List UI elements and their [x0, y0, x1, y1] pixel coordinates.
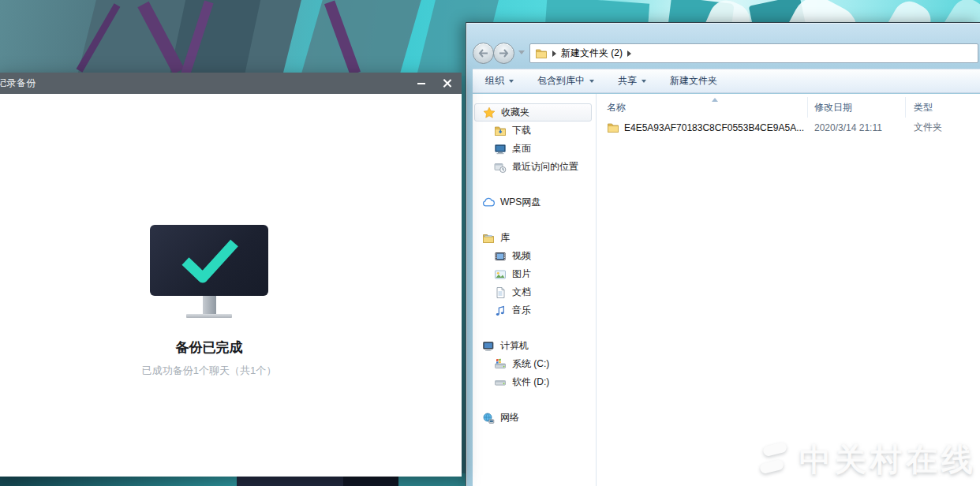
navigation-row: 新建文件夹 (2) [473, 42, 980, 65]
close-button[interactable] [435, 73, 458, 94]
minimize-icon [417, 83, 425, 84]
back-button[interactable] [473, 43, 494, 64]
file-name: E4E5A93AF70183C8CF0553B4CE9A5A... [624, 122, 804, 133]
star-icon [483, 107, 496, 119]
sidebar-item-label: 软件 (D:) [512, 376, 549, 389]
toolbar-share-label: 共享 [618, 74, 637, 88]
navigation-pane: 收藏夹 下载 桌面 最 [473, 94, 597, 486]
column-header-date-modified[interactable]: 修改日期 [808, 97, 906, 118]
toolbar-new-folder[interactable]: 新建文件夹 [670, 74, 717, 88]
sidebar-item-network[interactable]: 网络 [473, 409, 596, 427]
sort-ascending-icon [712, 98, 718, 102]
explorer-window: 新建文件夹 (2) 组织 包含到库中 共享 新建文件夹 [466, 22, 980, 486]
screen: 新建文件夹 (2) 组织 包含到库中 共享 新建文件夹 [0, 0, 980, 486]
sidebar-item-desktop[interactable]: 桌面 [473, 140, 596, 158]
computer-icon [482, 340, 495, 353]
minimize-button[interactable] [410, 73, 433, 94]
column-header-name[interactable]: 名称 [597, 97, 808, 118]
sidebar-item-favorites[interactable]: 收藏夹 [474, 103, 592, 122]
address-bar[interactable]: 新建文件夹 (2) [529, 43, 978, 63]
toolbar-organize[interactable]: 组织 [485, 74, 514, 88]
sidebar-item-music[interactable]: 音乐 [473, 301, 596, 320]
monitor-base [186, 314, 232, 318]
breadcrumb-arrow-icon[interactable] [627, 50, 631, 57]
folder-icon [535, 47, 548, 60]
checkmark-icon [171, 233, 247, 288]
sidebar-item-documents[interactable]: 文档 [473, 283, 596, 301]
forward-icon [499, 49, 509, 58]
document-icon [494, 286, 507, 299]
sidebar-item-label: 视频 [512, 249, 531, 263]
drive-icon [494, 376, 507, 389]
sidebar-item-videos[interactable]: 视频 [473, 247, 596, 265]
breadcrumb-arrow-icon[interactable] [552, 50, 556, 57]
video-icon [494, 250, 507, 263]
toolbar-new-folder-label: 新建文件夹 [670, 74, 717, 88]
sidebar-item-label: 计算机 [500, 339, 529, 353]
desktop-icon [494, 143, 507, 155]
dropdown-arrow-icon [509, 80, 514, 83]
command-bar: 组织 包含到库中 共享 新建文件夹 [473, 69, 980, 93]
sidebar-item-label: 音乐 [512, 304, 531, 317]
sidebar-item-label: WPS网盘 [500, 196, 540, 209]
file-date-modified: 2020/3/14 21:11 [808, 118, 906, 136]
toolbar-include-label: 包含到库中 [537, 74, 585, 88]
column-header-row: 名称 修改日期 类型 [597, 97, 980, 118]
recent-pages-dropdown-icon[interactable] [518, 50, 525, 54]
toolbar-organize-label: 组织 [485, 74, 504, 88]
sidebar-item-label: 收藏夹 [501, 106, 529, 119]
sidebar-item-recent-places[interactable]: 最近访问的位置 [473, 158, 596, 176]
recent-places-icon [494, 161, 507, 174]
sidebar-item-label: 图片 [512, 267, 531, 281]
dialog-title: 记录备份 [0, 73, 36, 94]
sidebar-item-downloads[interactable]: 下载 [473, 122, 596, 140]
file-row[interactable]: E4E5A93AF70183C8CF0553B4CE9A5A... 2020/3… [597, 118, 980, 136]
monitor-stand [203, 296, 216, 314]
sidebar-item-pictures[interactable]: 图片 [473, 265, 596, 283]
monitor-illustration [0, 94, 423, 318]
sidebar-item-label: 最近访问的位置 [512, 160, 578, 174]
watermark-text: 中关村在线 [799, 438, 977, 481]
sidebar-item-label: 系统 (C:) [512, 357, 549, 371]
dialog-titlebar: 记录备份 [0, 73, 462, 94]
sidebar-item-system-c-drive[interactable]: 系统 (C:) [473, 355, 596, 373]
column-header-label: 名称 [607, 102, 626, 113]
picture-icon [494, 268, 507, 281]
backup-status-block: 备份已完成 已成功备份1个聊天（共1个） [0, 94, 423, 378]
dropdown-arrow-icon [589, 80, 594, 83]
dialog-body: 备份已完成 已成功备份1个聊天（共1个） [0, 94, 462, 477]
music-icon [494, 305, 507, 317]
toolbar-share[interactable]: 共享 [618, 74, 646, 88]
sidebar-item-label: 网络 [500, 411, 519, 424]
back-icon [478, 49, 488, 58]
sidebar-item-label: 文档 [512, 286, 531, 299]
backup-complete-title: 备份已完成 [0, 338, 423, 357]
folder-icon [607, 122, 619, 134]
close-icon [443, 79, 451, 88]
backup-dialog-window: 记录备份 备份已完成 已成功备份1个 [0, 73, 462, 477]
wallpaper-shape [301, 0, 421, 76]
dropdown-arrow-icon [641, 80, 646, 83]
sidebar-item-label: 桌面 [512, 142, 531, 155]
backup-complete-subtitle: 已成功备份1个聊天（共1个） [0, 364, 423, 378]
forward-button[interactable] [493, 43, 514, 64]
column-header-type[interactable]: 类型 [906, 97, 980, 118]
watermark: 中关村在线 [755, 438, 977, 481]
sidebar-item-software-d-drive[interactable]: 软件 (D:) [473, 373, 596, 391]
sidebar-item-computer[interactable]: 计算机 [473, 337, 596, 355]
explorer-content: 收藏夹 下载 桌面 最 [473, 94, 980, 486]
network-icon [482, 412, 495, 424]
sidebar-item-label: 下载 [512, 124, 531, 137]
sidebar-item-libraries[interactable]: 库 [473, 229, 596, 247]
cloud-icon [482, 196, 495, 209]
toolbar-include-in-library[interactable]: 包含到库中 [537, 74, 594, 88]
sidebar-item-wps-cloud[interactable]: WPS网盘 [473, 193, 596, 211]
breadcrumb-folder[interactable]: 新建文件夹 (2) [561, 47, 623, 60]
file-list: 名称 修改日期 类型 E4E5A93AF70183C [597, 94, 980, 486]
zol-logo-icon [755, 439, 793, 480]
library-icon [482, 232, 495, 245]
sidebar-item-label: 库 [500, 231, 510, 245]
file-type: 文件夹 [906, 118, 980, 136]
column-header-label: 修改日期 [814, 102, 852, 113]
column-header-label: 类型 [914, 102, 933, 113]
